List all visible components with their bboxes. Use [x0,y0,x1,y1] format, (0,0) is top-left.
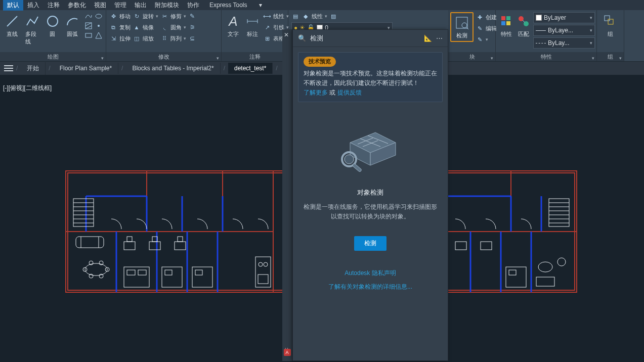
tool-circle[interactable]: 圆 [44,12,62,39]
tool-move[interactable]: ✥移动 [109,12,131,20]
tool-array[interactable]: ⠿阵列▾ [160,34,186,42]
tool-block-edit[interactable]: ✎编辑 [476,24,497,32]
panel-block-title[interactable]: 块▾ [449,52,495,61]
tool-line[interactable]: 直线 [3,12,21,39]
menu-addons[interactable]: 附加模块 [151,0,183,11]
panel-properties: 特性 匹配 ByLayer▾ ByLaye...▾ ByLay...▾ 特性▾ [496,10,597,61]
tool-mirror[interactable]: ▲镜像 [133,23,158,31]
menu-collab[interactable]: 协作 [183,0,203,11]
svg-rect-94 [536,277,554,286]
tab-start[interactable]: 开始 [21,62,46,75]
tool-detect[interactable]: 检测 [452,14,472,40]
tool-block-attr[interactable]: ✎▾ [476,35,497,43]
tab-blocks[interactable]: Blocks and Tables - Imperial2* [126,63,220,74]
explode-icon[interactable]: ⚞ [188,23,196,31]
menu-insert[interactable]: 插入 [23,0,44,11]
svg-point-65 [89,261,93,265]
svg-rect-89 [455,242,466,250]
tool-arc[interactable]: 圆弧 [63,12,81,39]
detect-panel: 🔍 检测 📐 ⋯ 技术预览 对象检测是一项技术预览。这意味着检测功能正在不断改进… [292,29,448,361]
panel-group: 组 组▾ [597,10,624,61]
panel-props-title[interactable]: 特性▾ [496,52,596,61]
region-icon[interactable] [95,31,103,39]
lineweight-select[interactable]: ByLaye...▾ [533,25,595,36]
detect-button[interactable]: 检测 [354,236,387,251]
privacy-link[interactable]: Autodesk 隐私声明 [328,269,412,278]
palette-close-icon[interactable]: ✕ [284,31,289,38]
hatch2-icon[interactable]: ▨ [329,12,337,20]
svg-rect-102 [352,163,362,172]
ellipse-icon[interactable] [95,12,103,20]
svg-point-12 [462,23,467,28]
menu-view[interactable]: 视图 [90,0,110,11]
tool-properties[interactable]: 特性 [499,12,514,39]
menubar: 默认 插入 注释 参数化 视图 管理 输出 附加模块 协作 Express To… [0,0,644,10]
panel-group-title[interactable]: 组▾ [597,52,624,61]
tab-detect-test[interactable]: detect_test* [228,63,273,74]
menu-parametric[interactable]: 参数化 [64,0,90,11]
detect-settings-icon[interactable]: 📐 [424,34,432,42]
tab-floorplan[interactable]: Floor Plan Sample* [54,63,118,74]
linetype-select[interactable]: ByLay...▾ [533,37,595,49]
tool-trim[interactable]: ✂修剪▾ [160,12,186,20]
learn-more-link[interactable]: 了解更多 [304,89,328,96]
panel-annot-title[interactable]: 注释▾ [222,52,288,61]
palette-sidestrip: ✕ 块 A [282,29,292,361]
tool-arc-label: 圆弧 [67,30,78,38]
rectangle-icon[interactable] [84,31,93,39]
or-text: 或 [329,89,335,96]
panel-block: 检测 ✚创建 ✎编辑 ✎▾ 块▾ [449,10,496,61]
offset-icon[interactable]: ⊆ [188,34,196,42]
tool-block-create[interactable]: ✚创建 [476,13,497,21]
detect-more-link[interactable]: 了解有关对象检测的详细信息... [328,283,412,291]
svg-point-95 [557,258,566,266]
stretch-icon: ⇲ [109,34,117,42]
panel-modify-title[interactable]: 修改▾ [106,52,221,61]
menu-output[interactable]: 输出 [131,0,151,11]
detect-menu-icon[interactable]: ⋯ [436,34,443,42]
panel-modify: ✥移动 ⧉复制 ⇲拉伸 ↻旋转▾ ▲镜像 ◫缩放 ✂修剪▾ ◟圆角▾ ⠿阵列▾ … [106,10,222,61]
feedback-link[interactable]: 提供反馈 [337,89,362,96]
svg-rect-90 [481,242,492,250]
viewport-label[interactable]: [-][俯视][二维线框] [3,84,52,93]
detect-panel-title: 检测 [310,34,420,43]
tool-copy[interactable]: ⧉复制 [109,23,131,31]
svg-point-87 [264,262,268,266]
svg-rect-71 [138,270,146,275]
tool-match[interactable]: 匹配 [516,12,531,39]
tool-stretch[interactable]: ⇲拉伸 [109,34,131,42]
svg-rect-88 [258,275,268,284]
tool-text[interactable]: A 文字 [225,12,242,39]
point-icon[interactable] [95,22,103,30]
svg-rect-15 [506,16,510,20]
menu-annotate[interactable]: 注释 [44,0,64,11]
menu-express-tools[interactable]: Express Tools [205,1,251,10]
svg-point-101 [345,155,354,164]
erase-icon[interactable]: ✎ [188,12,196,20]
layerprops-icon[interactable]: ▤ [291,12,299,20]
color-select[interactable]: ByLayer▾ [533,12,595,23]
tool-rotate[interactable]: ↻旋转▾ [133,12,158,20]
tool-group[interactable]: 组 [600,12,620,39]
tool-linear[interactable]: ⟷线性▾ [263,12,289,20]
tool-dimension[interactable]: 标注 [244,12,261,39]
panel-draw-title[interactable]: 绘图▾ [0,52,106,61]
menu-overflow[interactable]: ▾ [255,1,266,10]
tool-fillet[interactable]: ◟圆角▾ [160,23,186,31]
svg-point-7 [98,25,100,27]
tabs-menu-icon[interactable] [4,65,13,71]
tool-scale[interactable]: ◫缩放 [133,34,158,42]
detect-heading: 对象检测 [357,188,383,197]
match-icon [516,13,532,29]
tool-polyline[interactable]: 多段线 [23,12,41,47]
svg-rect-78 [149,242,160,250]
spline-icon[interactable] [84,12,93,20]
menu-manage[interactable]: 管理 [110,0,131,11]
layerstate-icon[interactable]: ◆ [302,12,310,20]
edit-icon: ✎ [476,24,484,32]
svg-point-62 [85,263,107,276]
menu-default[interactable]: 默认 [3,0,23,11]
palette-label[interactable]: 块 [283,343,291,344]
svg-rect-2 [85,23,92,29]
hatch-icon[interactable] [84,22,93,30]
